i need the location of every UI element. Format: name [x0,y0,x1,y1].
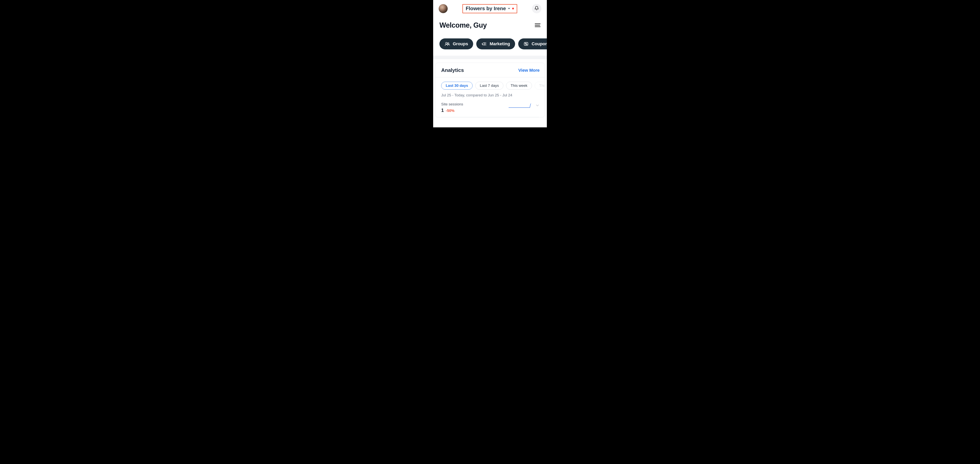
site-selector[interactable]: Flowers by Irene [462,4,517,13]
notifications-button[interactable] [532,4,541,13]
compare-range-text: Jul 25 - Today, compared to Jun 25 - Jul… [435,92,545,101]
quick-action-label: Groups [453,41,468,46]
quick-action-label: Marketing [490,41,510,46]
bell-icon [534,6,539,11]
analytics-card: Analytics View More Last 30 days Last 7 … [435,63,545,118]
expand-metric-button[interactable] [535,103,539,108]
sliders-icon [535,23,541,28]
app-screen: Flowers by Irene Welcome, Guy [433,0,547,127]
top-bar: Flowers by Irene [433,0,547,15]
metric-label: Site sessions [441,102,463,106]
megaphone-icon [481,41,487,47]
range-chip-overflow[interactable]: This [535,82,545,89]
welcome-row: Welcome, Guy [433,15,547,31]
section-divider [433,56,547,59]
date-range-row[interactable]: Last 30 days Last 7 days This week This [435,78,545,92]
range-chip-last-30-days[interactable]: Last 30 days [441,82,473,89]
quick-action-label: Coupons [531,41,547,46]
metric-site-sessions[interactable]: Site sessions 1 -50% [435,101,545,117]
chevron-down-icon [535,103,539,108]
svg-point-10 [525,43,526,44]
chevron-down-icon [508,7,511,10]
quick-actions-row[interactable]: Groups Marketing Coupons [433,31,547,56]
notification-dot-icon [512,8,514,10]
avatar[interactable] [439,4,448,13]
metric-value-row: 1 -50% [441,108,463,113]
metric-delta: -50% [446,108,454,113]
quick-action-groups[interactable]: Groups [439,38,473,49]
svg-line-6 [485,43,486,43]
metric-value: 1 [441,108,444,113]
range-chip-last-7-days[interactable]: Last 7 days [475,82,503,89]
svg-line-8 [485,44,486,45]
metric-info: Site sessions 1 -50% [441,102,463,113]
coupon-icon [523,41,529,47]
groups-icon [444,41,450,47]
sparkline-icon [509,102,532,109]
view-more-link[interactable]: View More [519,68,539,73]
analytics-title: Analytics [441,67,464,73]
quick-action-coupons[interactable]: Coupons [518,38,547,49]
card-header: Analytics View More [435,63,545,77]
svg-point-4 [445,42,447,44]
svg-point-2 [539,25,540,25]
range-chip-this-week[interactable]: This week [506,82,532,89]
svg-point-5 [448,43,449,44]
quick-action-marketing[interactable]: Marketing [476,38,515,49]
metric-right [509,102,539,109]
site-name: Flowers by Irene [466,5,506,11]
welcome-heading: Welcome, Guy [439,21,487,29]
svg-point-11 [527,44,527,45]
customize-button[interactable] [535,23,541,28]
